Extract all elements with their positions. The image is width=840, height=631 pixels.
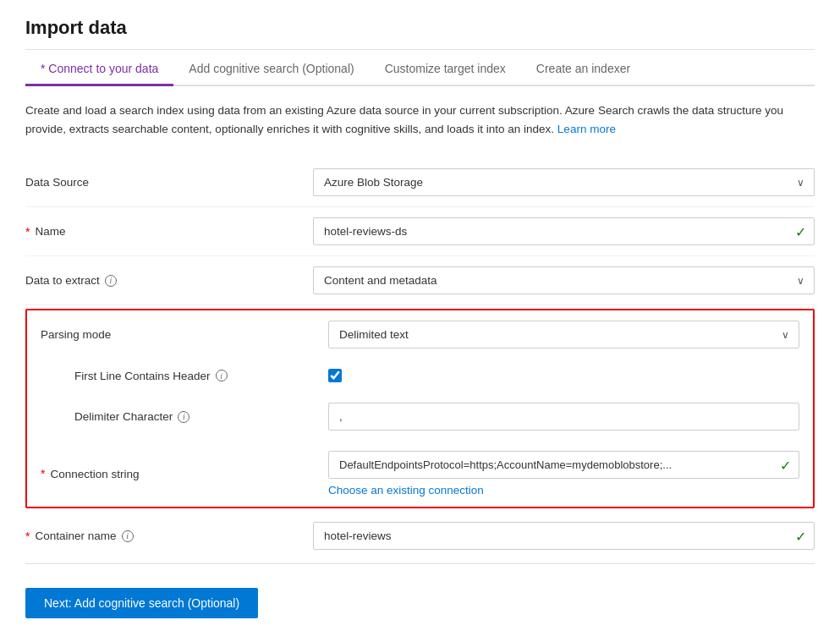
container-info-icon: i [122, 530, 134, 542]
next-button[interactable]: Next: Add cognitive search (Optional) [25, 588, 258, 618]
name-input[interactable] [313, 217, 815, 245]
description-text: Create and load a search index using dat… [25, 102, 815, 138]
name-required-star: * [25, 225, 30, 239]
name-label: * Name [25, 225, 313, 239]
container-name-input[interactable] [313, 522, 815, 550]
form-section: Data Source Azure Blob StorageAzure SQLC… [25, 158, 815, 560]
container-name-label: * Container name i [25, 529, 313, 543]
connection-string-input-wrapper: ✓ [328, 451, 799, 479]
tab-indexer[interactable]: Create an indexer [521, 53, 645, 86]
data-extract-control: Content and metadataStorage metadata onl… [313, 266, 815, 294]
data-source-control: Azure Blob StorageAzure SQLCosmos DB ∨ [313, 168, 815, 196]
first-line-info-icon: i [216, 370, 228, 381]
description-body: Create and load a search index using dat… [25, 104, 783, 135]
first-line-header-row: First Line Contains Header i [27, 359, 813, 392]
parsing-mode-control: DefaultTextDelimited textJSONJSON array … [328, 321, 799, 348]
data-source-select[interactable]: Azure Blob StorageAzure SQLCosmos DB [313, 168, 815, 196]
delimiter-char-label: Delimiter Character i [41, 410, 328, 423]
first-line-header-checkbox[interactable] [328, 369, 342, 382]
tab-bar: Connect to your data Add cognitive searc… [25, 53, 815, 86]
container-name-control: ✓ [313, 522, 815, 550]
name-control: ✓ [313, 217, 815, 245]
data-extract-label: Data to extract i [25, 274, 313, 287]
bottom-divider [25, 563, 815, 564]
connection-string-control: ✓ Choose an existing connection [328, 451, 799, 497]
name-valid-icon: ✓ [795, 223, 806, 239]
parsing-mode-row: Parsing mode DefaultTextDelimited textJS… [27, 310, 813, 359]
first-line-checkbox-wrapper [328, 369, 799, 382]
choose-connection-link[interactable]: Choose an existing connection [328, 484, 799, 497]
name-row: * Name ✓ [25, 207, 815, 256]
learn-more-link[interactable]: Learn more [557, 123, 616, 135]
connection-string-row: * Connection string ✓ Choose an existing… [27, 441, 813, 507]
parsing-section: Parsing mode DefaultTextDelimited textJS… [25, 309, 815, 508]
data-source-row: Data Source Azure Blob StorageAzure SQLC… [25, 158, 815, 207]
data-source-label: Data Source [25, 176, 313, 189]
delimiter-info-icon: i [178, 411, 189, 423]
first-line-header-label: First Line Contains Header i [41, 370, 328, 382]
tab-cognitive[interactable]: Add cognitive search (Optional) [173, 53, 369, 86]
tab-customize[interactable]: Customize target index [370, 53, 521, 86]
delimiter-char-control [328, 403, 799, 431]
connection-string-label: * Connection string [41, 467, 328, 480]
page-container: Import data Connect to your data Add cog… [0, 0, 840, 631]
data-extract-row: Data to extract i Content and metadataSt… [25, 256, 815, 305]
parsing-mode-label: Parsing mode [41, 328, 328, 341]
connection-required-star: * [41, 467, 45, 480]
title-divider [25, 49, 815, 50]
connection-string-input[interactable] [328, 451, 799, 479]
container-name-row: * Container name i ✓ [25, 512, 815, 560]
page-title: Import data [25, 17, 815, 39]
container-valid-icon: ✓ [795, 528, 806, 544]
delimiter-char-row: Delimiter Character i [27, 392, 813, 441]
data-extract-info-icon: i [105, 275, 117, 287]
parsing-mode-select[interactable]: DefaultTextDelimited textJSONJSON array [328, 321, 799, 348]
delimiter-char-input[interactable] [328, 403, 799, 431]
first-line-header-control [328, 369, 799, 382]
tab-connect[interactable]: Connect to your data [25, 53, 173, 86]
container-required-star: * [25, 529, 30, 543]
data-extract-select[interactable]: Content and metadataStorage metadata onl… [313, 266, 815, 294]
connection-valid-icon: ✓ [780, 457, 791, 473]
